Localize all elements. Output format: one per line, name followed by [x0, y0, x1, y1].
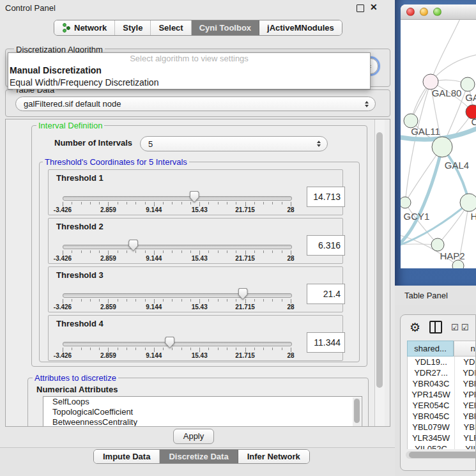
tick-mark: [172, 299, 173, 302]
table-cell[interactable]: YPR1: [454, 389, 476, 400]
network-node[interactable]: [432, 137, 452, 157]
threshold-value-field[interactable]: 6.316: [307, 235, 345, 256]
close-icon[interactable]: ✕: [370, 2, 378, 12]
tick-mark: [81, 299, 82, 302]
column-header[interactable]: n: [454, 341, 476, 357]
table-cell[interactable]: YER0: [454, 400, 476, 411]
table-cell[interactable]: YIL052C: [408, 443, 454, 449]
tick-mark: [227, 202, 227, 204]
attribute-item[interactable]: BetweennessCentrality: [43, 417, 362, 427]
tick-mark: [108, 202, 109, 206]
network-window-titlebar[interactable]: [401, 4, 476, 20]
tick-mark: [72, 202, 72, 204]
network-node[interactable]: [401, 197, 411, 208]
table-cell[interactable]: YIL0: [454, 443, 476, 449]
threshold-value-field[interactable]: 14.713: [307, 187, 345, 207]
tick-mark: [81, 202, 82, 204]
table-row[interactable]: YER054CYER0: [408, 400, 476, 411]
tab-jactivemnodules[interactable]: jActiveMNodules: [259, 20, 342, 35]
tab-cyni-toolbox[interactable]: Cyni Toolbox: [192, 20, 259, 35]
threshold-slider-track[interactable]: [63, 342, 292, 346]
table-cell[interactable]: YBR043C: [408, 378, 454, 389]
tab-network[interactable]: Network: [54, 20, 115, 35]
threshold-slider-track[interactable]: [63, 293, 292, 298]
num-intervals-combobox[interactable]: 5: [140, 136, 328, 151]
apply-button[interactable]: Apply: [173, 429, 214, 444]
threshold-slider-track[interactable]: [63, 245, 292, 249]
table-cell[interactable]: YDL1: [454, 357, 476, 367]
table-data-combobox[interactable]: galFiltered.sif default node: [15, 96, 376, 111]
table-row[interactable]: YBR045CYBR0: [408, 411, 476, 422]
table-rows: YDL19...YDL1YDR27...YDR2YBR043CYBR0YPR14…: [407, 357, 476, 449]
tab-impute-data[interactable]: Impute Data: [94, 450, 160, 463]
attribute-item[interactable]: SelfLoops: [43, 397, 362, 407]
table-row[interactable]: YDR27...YDR2: [408, 367, 476, 378]
threshold-value-field[interactable]: 11.344: [307, 332, 345, 353]
table-row[interactable]: YLR345WYLR3: [408, 433, 476, 443]
threshold-slider-handle[interactable]: [190, 191, 199, 203]
tick-mark: [263, 348, 264, 350]
tick-mark: [172, 202, 173, 204]
table-cell[interactable]: YBR045C: [408, 411, 454, 422]
table-cell[interactable]: YBR0: [454, 411, 476, 422]
float-icon[interactable]: [357, 4, 364, 12]
threshold-slider-handle[interactable]: [128, 240, 138, 251]
tick-mark: [135, 348, 136, 350]
table-cell[interactable]: YDR27...: [408, 367, 454, 378]
network-node[interactable]: [461, 77, 475, 91]
bottom-tab-bar: Impute DataDiscretize DataInfer Network: [93, 449, 310, 464]
scrollbar-thumb[interactable]: [376, 132, 383, 388]
table-cell[interactable]: YLR3: [454, 433, 476, 443]
column-header[interactable]: shared...: [407, 341, 454, 357]
gear-icon[interactable]: ⚙: [410, 321, 420, 334]
tick-mark: [263, 299, 264, 302]
checkbox-icon[interactable]: ☑: [451, 323, 459, 332]
attributes-list[interactable]: SelfLoopsTopologicalCoefficientBetweenne…: [43, 396, 362, 427]
tab-label: Impute Data: [103, 452, 150, 461]
tick-mark: [72, 250, 72, 253]
attribute-item[interactable]: TopologicalCoefficient: [43, 407, 362, 417]
minimize-traffic-light-icon[interactable]: [420, 8, 428, 16]
close-traffic-light-icon[interactable]: [406, 8, 415, 16]
threshold-slider-track[interactable]: [63, 196, 292, 201]
network-node[interactable]: [460, 194, 476, 211]
dropdown-option[interactable]: Equal Width/Frequency Discretization: [8, 77, 370, 89]
network-canvas[interactable]: GAL80GACGAL11GAL4GCY1HHAP2: [401, 20, 476, 268]
network-icon: [62, 23, 71, 33]
table-row[interactable]: YBL079WYBL0: [408, 422, 476, 433]
attributes-scrollbar[interactable]: [353, 397, 361, 427]
scrollbar-thumb[interactable]: [354, 399, 360, 423]
table-cell[interactable]: YER054C: [408, 400, 454, 411]
table-cell[interactable]: YDL19...: [408, 357, 454, 367]
tab-style[interactable]: Style: [115, 20, 151, 35]
tab-discretize-data[interactable]: Discretize Data: [160, 450, 238, 463]
table-cell[interactable]: YPR145W: [408, 389, 454, 400]
table-row[interactable]: YPR145WYPR1: [408, 389, 476, 400]
threshold-slider-handle[interactable]: [165, 337, 174, 348]
table-cell[interactable]: YBR0: [454, 378, 476, 389]
table-horizontal-scrollbar[interactable]: [406, 451, 476, 459]
tab-infer-network[interactable]: Infer Network: [238, 450, 309, 463]
threshold-slider-handle[interactable]: [238, 288, 248, 300]
table-cell[interactable]: YBL079W: [408, 422, 454, 433]
tab-select[interactable]: Select: [151, 20, 191, 35]
table-row[interactable]: YIL052CYIL0: [408, 443, 476, 449]
dropdown-option[interactable]: Manual Discretization: [8, 65, 370, 77]
split-view-icon[interactable]: [429, 321, 442, 334]
network-node[interactable]: [431, 238, 444, 251]
tick-mark: [172, 348, 173, 350]
network-graph[interactable]: GAL80GACGAL11GAL4GCY1HHAP2: [401, 20, 476, 268]
table-cell[interactable]: YBL0: [454, 422, 476, 433]
scrollbar-thumb[interactable]: [409, 452, 476, 458]
zoom-traffic-light-icon[interactable]: [433, 8, 441, 16]
checkbox-icon[interactable]: ☑: [461, 323, 469, 332]
threshold-label: Threshold 1: [56, 173, 104, 183]
table-cell[interactable]: YDR2: [454, 367, 476, 378]
table-row[interactable]: YDL19...YDL1: [408, 357, 476, 367]
table-row[interactable]: YBR043CYBR0: [408, 378, 476, 389]
table-cell[interactable]: YLR345W: [408, 433, 454, 443]
tick-label: 2.859: [100, 352, 116, 359]
threshold-value-field[interactable]: 21.4: [307, 284, 345, 304]
tick-mark: [199, 348, 200, 352]
panel-scrollbar[interactable]: [374, 119, 385, 426]
